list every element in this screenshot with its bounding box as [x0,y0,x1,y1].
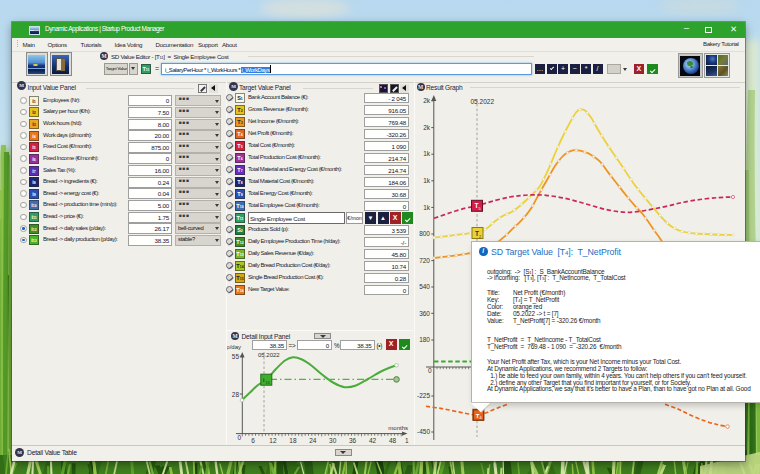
svg-text:1k: 1k [423,177,431,184]
svg-text:36: 36 [349,437,357,444]
svg-text:months: months [388,425,408,431]
svg-text:1: 1 [405,437,409,444]
svg-text:30: 30 [329,437,337,444]
svg-text:0: 0 [237,434,241,441]
svg-text:05.2022: 05.2022 [258,352,280,358]
svg-text:55: 55 [232,353,240,360]
svg-text:0: 0 [428,367,432,374]
svg-text:48: 48 [389,437,397,444]
svg-text:p/day: p/day [227,344,241,350]
svg-text:2k: 2k [423,124,431,131]
svg-text:05.2022: 05.2022 [471,98,495,105]
svg-text:720: 720 [419,257,430,264]
svg-text:42: 42 [369,437,377,444]
svg-text:1k: 1k [423,150,431,157]
svg-text:24: 24 [309,437,317,444]
svg-text:-450: -450 [417,428,430,435]
svg-text:2k: 2k [423,97,431,104]
svg-text:4: 4 [480,416,482,420]
svg-text:18: 18 [289,437,297,444]
svg-text:13: 13 [266,381,270,385]
svg-text:180: 180 [419,336,430,343]
svg-text:28: 28 [232,391,240,398]
svg-text:540: 540 [419,283,430,290]
svg-text:-225: -225 [417,392,430,399]
svg-text:12: 12 [269,437,277,444]
svg-text:360: 360 [419,310,430,317]
svg-text:1k: 1k [423,204,431,211]
svg-text:800: 800 [419,230,430,237]
svg-text:6: 6 [251,437,255,444]
